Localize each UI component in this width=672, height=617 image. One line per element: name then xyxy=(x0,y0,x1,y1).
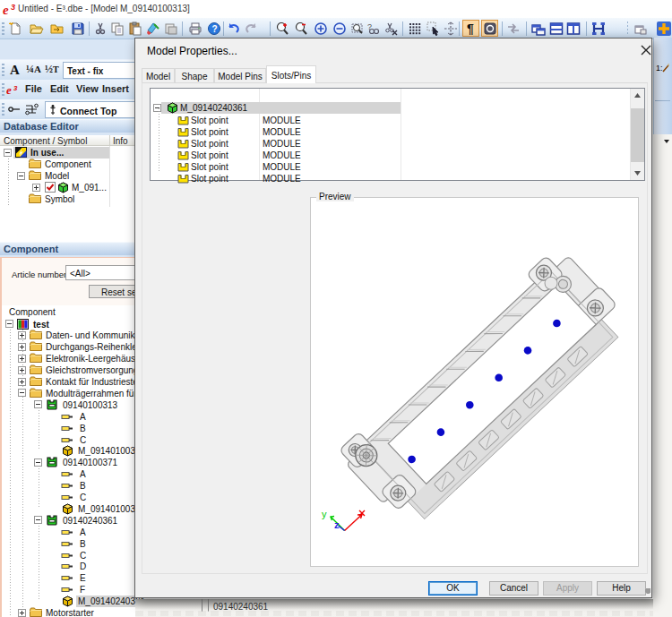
svg-text:¶: ¶ xyxy=(467,21,474,36)
svg-text:e: e xyxy=(6,83,12,96)
svg-text:3: 3 xyxy=(13,84,18,92)
svg-text:1:: 1: xyxy=(656,64,663,73)
svg-text:z: z xyxy=(334,519,340,530)
svg-text:e: e xyxy=(3,3,9,15)
svg-text:y: y xyxy=(322,509,327,519)
svg-text:?: ? xyxy=(211,24,217,34)
svg-text:3: 3 xyxy=(11,3,15,12)
